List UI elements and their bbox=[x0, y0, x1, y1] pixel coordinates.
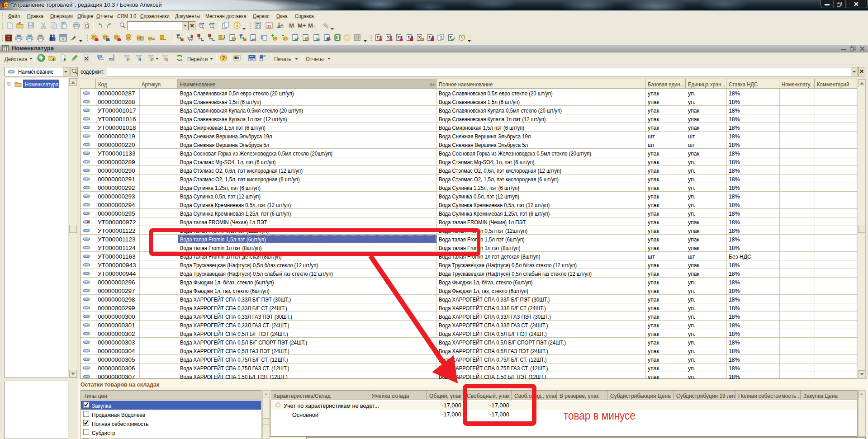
svg-text:товар в минусе: товар в минусе bbox=[564, 409, 636, 422]
